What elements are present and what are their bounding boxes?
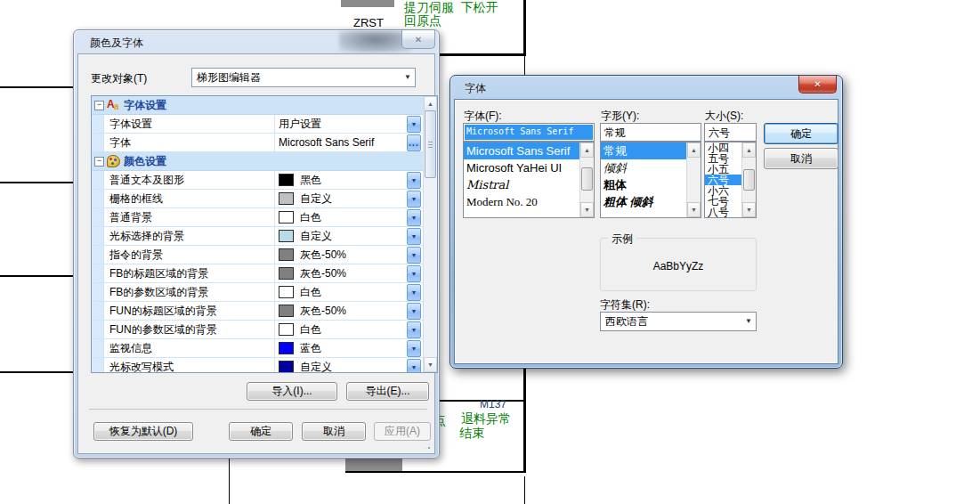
settings-row[interactable]: 光标选择的背景自定义▼: [92, 227, 423, 246]
dropdown-button[interactable]: ▼: [407, 172, 421, 189]
settings-row[interactable]: 监视信息蓝色▼: [92, 339, 423, 358]
collapse-icon[interactable]: −: [94, 157, 104, 167]
settings-row[interactable]: FUN的参数区域的背景白色▼: [92, 321, 423, 339]
dropdown-button[interactable]: ▼: [407, 303, 421, 320]
row-label: 普通文本及图形: [109, 171, 184, 189]
font-name-input[interactable]: Microsoft Sans Serif: [463, 123, 595, 142]
scrollbar-thumb[interactable]: [743, 169, 755, 191]
combobox-value: 西欧语言: [605, 314, 648, 329]
scroll-down-button[interactable]: ▼: [424, 357, 437, 372]
size-list-scrollbar[interactable]: ▲ ▼: [741, 142, 756, 217]
export-button[interactable]: 导出(E)...: [346, 382, 429, 401]
list-item[interactable]: Microsoft Sans Serif: [464, 142, 580, 159]
dropdown-button[interactable]: ▼: [407, 265, 421, 282]
dropdown-button[interactable]: ▼: [407, 191, 421, 207]
dropdown-button[interactable]: ▼: [407, 209, 421, 226]
scroll-up-button[interactable]: ▲: [424, 96, 437, 111]
color-font-dialog-titlebar[interactable]: 颜色及字体 ✕: [74, 30, 439, 53]
list-item[interactable]: 粗体 倾斜: [601, 193, 687, 210]
row-indent: [92, 246, 104, 264]
resize-grip[interactable]: [424, 443, 432, 451]
list-item[interactable]: 七号: [705, 196, 742, 207]
dropdown-button[interactable]: ▼: [407, 284, 421, 301]
cancel-button[interactable]: 取消: [764, 148, 838, 169]
settings-row[interactable]: 普通背景白色▼: [92, 208, 423, 227]
charset-combobox[interactable]: 西欧语言 ▼: [600, 312, 757, 331]
row-label: 字体: [109, 134, 131, 151]
dropdown-button[interactable]: ▼: [407, 359, 421, 373]
settings-row[interactable]: 字体Microsoft Sans Serif...: [92, 134, 423, 152]
ladder-rung-line: [0, 371, 74, 373]
settings-row[interactable]: FB的参数区域的背景白色▼: [92, 283, 423, 302]
list-item[interactable]: Microsoft YaHei UI: [464, 159, 580, 176]
list-item[interactable]: 八号: [705, 207, 742, 217]
ok-button[interactable]: 确定: [764, 123, 838, 144]
settings-row[interactable]: 字体设置用户设置▼: [92, 115, 423, 134]
cancel-button[interactable]: 取消: [302, 422, 366, 441]
list-item[interactable]: 五号: [705, 153, 742, 164]
list-item[interactable]: 小四: [705, 142, 742, 153]
row-indent: [92, 302, 104, 320]
row-value-text: 白色: [300, 210, 321, 225]
close-button[interactable]: ✕: [401, 30, 435, 49]
settings-group-header[interactable]: −颜色设置: [92, 152, 423, 171]
dialog-title: 字体: [465, 81, 486, 96]
font-style-input[interactable]: 常规: [600, 123, 701, 142]
charset-label: 字符集(R):: [600, 297, 650, 313]
size-list: 小四五号小五六号小六七号八号 ▲ ▼: [704, 142, 757, 218]
dropdown-button[interactable]: ▼: [407, 228, 421, 245]
close-button[interactable]: ✕: [798, 76, 837, 93]
list-item[interactable]: 常规: [601, 142, 687, 159]
font-size-input[interactable]: 六号: [704, 123, 757, 142]
import-button[interactable]: 导入(I)...: [247, 382, 337, 401]
list-item[interactable]: Mistral: [464, 176, 580, 193]
scroll-down-button[interactable]: ▼: [742, 202, 756, 217]
style-list: 常规倾斜粗体粗体 倾斜 ▲ ▼: [600, 142, 701, 218]
list-item[interactable]: 六号: [705, 175, 742, 185]
chevron-down-icon: ▼: [745, 317, 752, 325]
font-settings-icon: Aa: [107, 99, 120, 111]
row-label: 监视信息: [109, 339, 152, 357]
settings-table: −Aa字体设置字体设置用户设置▼字体Microsoft Sans Serif..…: [91, 95, 438, 373]
style-list-scrollbar[interactable]: ▲ ▼: [686, 142, 701, 217]
scrollbar-thumb[interactable]: [425, 110, 436, 178]
scroll-up-button[interactable]: ▲: [687, 142, 701, 158]
target-object-combobox[interactable]: 梯形图编辑器 ▼: [191, 68, 416, 87]
ellipsis-button[interactable]: ...: [407, 134, 421, 151]
size-label: 大小(S):: [705, 109, 743, 124]
settings-row[interactable]: FB的标题区域的背景灰色-50%▼: [92, 264, 423, 283]
dropdown-button[interactable]: ▼: [407, 340, 421, 357]
row-value: 白色: [274, 321, 408, 338]
scroll-down-button[interactable]: ▼: [580, 202, 594, 217]
list-item[interactable]: 小五: [705, 164, 742, 175]
scrollbar-thumb[interactable]: [581, 167, 593, 191]
row-value: Microsoft Sans Serif: [274, 134, 408, 151]
scroll-up-button[interactable]: ▲: [742, 142, 756, 158]
settings-row[interactable]: FUN的标题区域的背景灰色-50%▼: [92, 302, 423, 321]
table-scrollbar[interactable]: ▲ ▼: [423, 96, 437, 372]
settings-row[interactable]: 指令的背景灰色-50%▼: [92, 246, 423, 264]
ok-button[interactable]: 确定: [229, 422, 293, 441]
font-dialog-titlebar[interactable]: 字体 ✕: [450, 76, 842, 99]
row-label: 字体设置: [109, 115, 152, 133]
row-label: FUN的标题区域的背景: [109, 302, 217, 320]
scroll-up-button[interactable]: ▲: [580, 142, 594, 158]
settings-group-header[interactable]: −Aa字体设置: [92, 96, 423, 115]
list-item[interactable]: 小六: [705, 185, 742, 196]
font-list-scrollbar[interactable]: ▲ ▼: [579, 142, 594, 217]
collapse-icon[interactable]: −: [94, 101, 104, 110]
restore-default-button[interactable]: 恢复为默认(D): [93, 422, 193, 441]
scroll-down-button[interactable]: ▼: [687, 202, 701, 217]
settings-row[interactable]: 光标改写模式自定义▼: [92, 358, 423, 373]
list-item[interactable]: 粗体: [601, 176, 687, 193]
dropdown-button[interactable]: ▼: [407, 321, 421, 338]
dropdown-button[interactable]: ▼: [407, 116, 421, 133]
dropdown-button[interactable]: ▼: [407, 247, 421, 264]
settings-row[interactable]: 栅格的框线自定义▼: [92, 190, 423, 208]
row-value-text: 用户设置: [279, 117, 321, 132]
color-swatch: [279, 174, 294, 186]
row-value-text: 白色: [300, 285, 321, 300]
list-item[interactable]: Modern No. 20: [464, 193, 580, 210]
settings-row[interactable]: 普通文本及图形黑色▼: [92, 171, 423, 190]
list-item[interactable]: 倾斜: [601, 159, 687, 176]
